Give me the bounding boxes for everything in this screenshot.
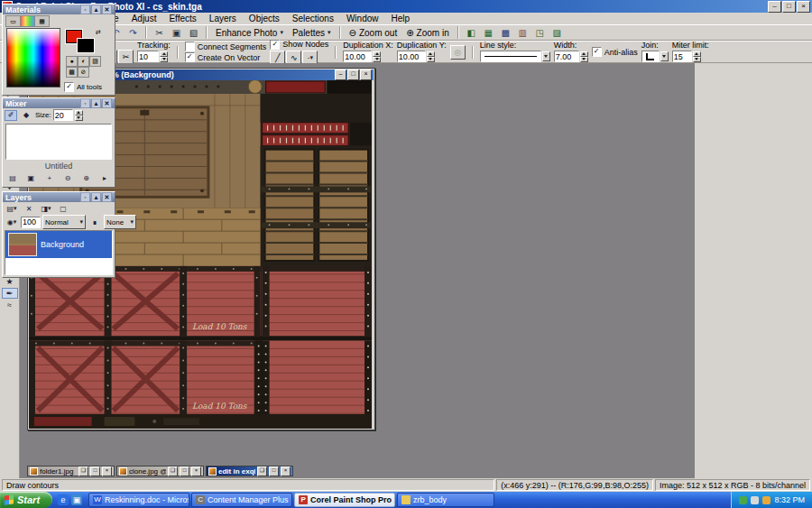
materials-dock-button[interactable]: ◦ <box>80 5 90 14</box>
background-color-swatch[interactable] <box>78 39 94 52</box>
transparency-toggle-button[interactable]: ⊘ <box>78 67 89 78</box>
gradient-style-button[interactable]: ◐ <box>78 56 89 67</box>
width-input[interactable] <box>554 51 579 62</box>
taskbar-button-zrb-body[interactable]: zrb_body <box>397 493 494 507</box>
blend-mode-select[interactable]: Normal <box>42 215 86 229</box>
texture-toggle-button[interactable]: ▩ <box>66 67 78 78</box>
materials-rollup-button[interactable]: ▴ <box>91 5 101 14</box>
mixer-zoom-out-button[interactable]: ⊖ <box>60 172 75 183</box>
miter-limit-spinner[interactable] <box>693 51 701 62</box>
rainbow-tab[interactable] <box>20 15 35 27</box>
swatches-tab[interactable]: ▦ <box>34 15 50 27</box>
layers-close-button[interactable]: ✕ <box>102 192 112 202</box>
taskbar-button-word[interactable]: W Reskinning.doc - Microso... <box>88 493 189 507</box>
duplication-y-input[interactable] <box>397 51 426 62</box>
mixer-panel-titlebar[interactable]: Mixer ◦ ▴ ✕ <box>3 98 115 108</box>
color-style-button[interactable]: ● <box>66 56 78 67</box>
mdi-bar-folder1[interactable]: folder1.jpg ❏ □ × <box>27 466 115 476</box>
toggle-organizer-button[interactable]: ▨ <box>549 25 565 40</box>
mdi-restore-button[interactable]: ❏ <box>168 466 178 476</box>
show-desktop-icon[interactable]: ▣ <box>71 494 82 505</box>
cut-button[interactable]: ✂ <box>152 25 167 40</box>
delete-layer-button[interactable]: ✕ <box>22 203 36 214</box>
menu-help[interactable]: Help <box>384 13 416 24</box>
line-style-select[interactable] <box>480 51 541 62</box>
connect-segments-checkbox[interactable]: Connect Segments <box>185 42 267 51</box>
mixer-size-spinner[interactable] <box>75 110 83 121</box>
pattern-style-button[interactable]: ▨ <box>89 56 101 67</box>
mdi-bar-clone[interactable]: clone.jpg @ ❏ □ × <box>116 466 204 476</box>
internet-explorer-icon[interactable]: e <box>58 494 69 505</box>
doc-minimize-button[interactable]: – <box>335 69 346 80</box>
line-style-dropdown[interactable] <box>542 51 550 61</box>
minimize-button[interactable]: – <box>768 1 781 13</box>
layer-opacity-input[interactable] <box>21 217 41 228</box>
mixer-canvas[interactable] <box>5 124 112 160</box>
mixer-size-input[interactable] <box>53 109 73 121</box>
new-layer-button[interactable]: ▤ <box>5 203 19 214</box>
mixer-close-button[interactable]: ✕ <box>102 98 112 108</box>
menu-window[interactable]: Window <box>340 13 385 24</box>
doc-close-button[interactable]: × <box>360 69 372 80</box>
show-nodes-checkbox[interactable]: Show Nodes <box>270 40 328 50</box>
mdi-close-button[interactable]: × <box>281 466 291 476</box>
taskbar-button-content-manager[interactable]: C Content Manager Plus <box>191 493 292 507</box>
mdi-maximize-button[interactable]: □ <box>90 466 100 476</box>
copy-button[interactable]: ▣ <box>169 25 184 40</box>
mixer-zoom-in-button[interactable]: ⊕ <box>79 172 94 183</box>
doc-maximize-button[interactable]: □ <box>347 69 359 80</box>
width-spinner[interactable] <box>580 51 588 62</box>
toggle-overview-button[interactable]: ◳ <box>532 25 548 40</box>
taskbar-button-paint-shop-pro[interactable]: P Corel Paint Shop Pro ... <box>294 493 395 507</box>
toggle-layers-button[interactable]: ▩ <box>498 25 513 40</box>
knife-mode-button[interactable]: ✂ <box>118 50 134 64</box>
materials-panel-titlebar[interactable]: Materials ◦ ▴ ✕ <box>3 5 115 14</box>
mixer-rollup-button[interactable]: ▴ <box>91 98 101 108</box>
toggle-learning-center-button[interactable]: ◧ <box>464 25 479 40</box>
mdi-restore-button[interactable]: ❏ <box>78 466 88 476</box>
mdi-restore-button[interactable]: ❏ <box>257 466 267 476</box>
frame-tab[interactable]: ▭ <box>5 15 21 27</box>
all-tools-checkbox[interactable]: All tools <box>64 82 102 92</box>
mdi-close-button[interactable]: × <box>102 466 112 476</box>
pen-tool[interactable]: ✒ <box>2 288 18 299</box>
materials-close-button[interactable]: ✕ <box>102 5 112 14</box>
layers-rollup-button[interactable]: ▴ <box>91 192 101 202</box>
swap-colors-icon[interactable]: ⇄ <box>96 29 101 36</box>
visibility-dropdown[interactable]: ◉ <box>5 217 19 227</box>
enhance-photo-button[interactable]: Enhance Photo <box>212 25 287 40</box>
link-set-select[interactable]: None <box>104 215 136 229</box>
miter-limit-input[interactable] <box>672 51 692 62</box>
duplication-apply-button[interactable]: ◎ <box>450 45 466 60</box>
maximize-button[interactable]: □ <box>782 1 796 13</box>
create-on-vector-checkbox[interactable]: Create On Vector <box>185 52 267 62</box>
menu-effects[interactable]: Effects <box>162 13 202 24</box>
layers-panel-titlebar[interactable]: Layers ◦ ▴ ✕ <box>3 192 115 202</box>
anti-alias-checkbox[interactable]: Anti-alias <box>592 47 638 57</box>
volume-icon[interactable] <box>751 496 759 504</box>
menu-layers[interactable]: Layers <box>203 13 243 24</box>
mixer-dock-button[interactable]: ◦ <box>80 98 90 108</box>
mixer-brush-button[interactable]: ✐ <box>5 110 17 121</box>
lock-transparency-icon[interactable]: ∎ <box>88 217 102 227</box>
tracking-input[interactable] <box>137 51 159 62</box>
color-picker-field[interactable] <box>6 28 60 88</box>
mdi-bar-edit[interactable]: edit in exqbb... ❏ □ × <box>206 466 293 476</box>
mdi-close-button[interactable]: × <box>191 466 201 476</box>
zoom-out-button[interactable]: ⊖ Zoom out <box>346 25 401 40</box>
redo-button[interactable]: ↷ <box>125 25 141 40</box>
menu-adjust[interactable]: Adjust <box>125 13 163 24</box>
antivirus-icon[interactable] <box>739 496 747 504</box>
zoom-in-button[interactable]: ⊕ Zoom in <box>402 25 453 40</box>
menu-selections[interactable]: Selections <box>286 13 340 24</box>
mixer-new-page-button[interactable]: + <box>42 172 57 183</box>
duplication-x-input[interactable] <box>343 51 372 62</box>
mixer-more-button[interactable]: ▸ <box>97 172 112 183</box>
duplication-x-spinner[interactable] <box>373 51 381 62</box>
edit-selection-button[interactable]: ▢ <box>56 203 70 214</box>
paste-button[interactable]: ▧ <box>186 25 201 40</box>
tracking-spinner[interactable] <box>160 51 168 62</box>
mdi-maximize-button[interactable]: □ <box>180 466 189 476</box>
mixer-page-button[interactable]: ▤ <box>5 172 20 183</box>
mdi-maximize-button[interactable]: □ <box>269 466 279 476</box>
